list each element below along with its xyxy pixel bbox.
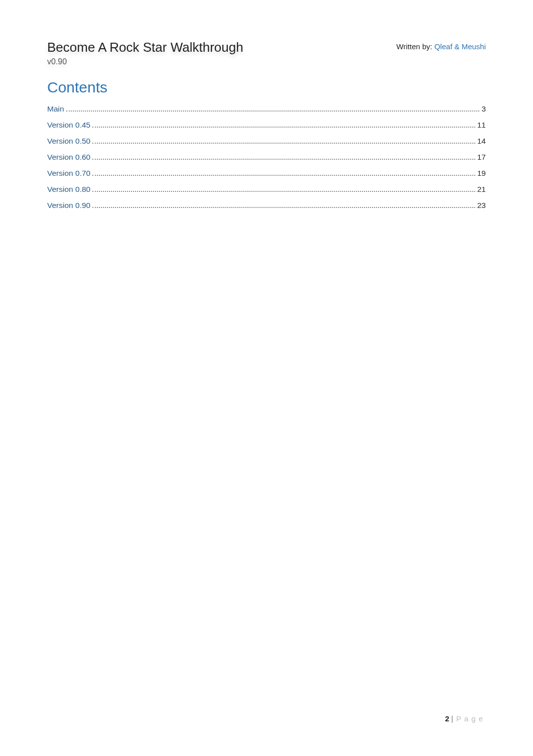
footer-separator: | (451, 714, 453, 723)
toc-page-number: 14 (477, 137, 486, 146)
document-version: v0.90 (47, 57, 243, 67)
document-header: Become A Rock Star Walkthrough v0.90 Wri… (47, 39, 486, 67)
page-footer: 2|Page (445, 714, 486, 723)
toc-label: Version 0.60 (47, 153, 90, 162)
footer-page-word: Page (456, 714, 486, 723)
toc-leader-dots (92, 191, 475, 192)
toc-entry[interactable]: Version 0.50 14 (47, 133, 486, 149)
toc-page-number: 11 (477, 121, 486, 130)
toc-label: Main (47, 104, 64, 114)
toc-entry[interactable]: Main 3 (47, 101, 486, 117)
contents-heading: Contents (47, 79, 486, 96)
toc-page-number: 23 (477, 201, 486, 210)
toc-leader-dots (66, 111, 480, 112)
title-block: Become A Rock Star Walkthrough v0.90 (47, 39, 243, 67)
toc-page-number: 17 (477, 153, 486, 162)
toc-label: Version 0.50 (47, 137, 90, 146)
toc-entry[interactable]: Version 0.70 19 (47, 165, 486, 181)
toc-leader-dots (92, 207, 475, 208)
toc-entry[interactable]: Version 0.80 21 (47, 181, 486, 197)
toc-leader-dots (92, 175, 475, 176)
toc-page-number: 21 (477, 185, 486, 194)
byline: Written by: Qleaf & Meushi (396, 42, 486, 51)
toc-leader-dots (92, 159, 475, 160)
toc-entry[interactable]: Version 0.90 23 (47, 197, 486, 213)
toc-page-number: 3 (481, 104, 486, 114)
toc: Main 3 Version 0.45 11 Version 0.50 14 V… (47, 101, 486, 213)
toc-label: Version 0.70 (47, 169, 90, 178)
toc-entry[interactable]: Version 0.45 11 (47, 117, 486, 133)
toc-leader-dots (92, 143, 475, 144)
footer-page-number: 2 (445, 714, 449, 723)
toc-label: Version 0.45 (47, 121, 90, 130)
toc-label: Version 0.90 (47, 201, 90, 210)
toc-entry[interactable]: Version 0.60 17 (47, 149, 486, 165)
toc-label: Version 0.80 (47, 185, 90, 194)
toc-leader-dots (92, 127, 475, 128)
authors: Qleaf & Meushi (434, 42, 486, 51)
document-title: Become A Rock Star Walkthrough (47, 39, 243, 56)
written-by-label: Written by: (396, 42, 435, 51)
toc-page-number: 19 (477, 169, 486, 178)
